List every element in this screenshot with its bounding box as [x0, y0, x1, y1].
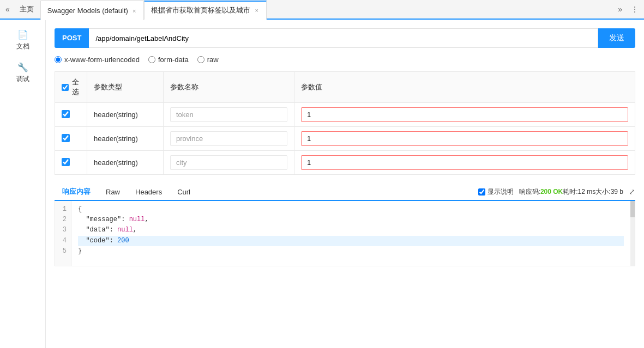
code-area: 1 2 3 4 5 { "message": null, "data": nul… — [55, 201, 635, 266]
row1-checkbox[interactable] — [62, 110, 70, 118]
tab-api-label: 根据省市获取首页标签以及城市 — [151, 5, 250, 15]
line-numbers: 1 2 3 4 5 — [55, 201, 71, 266]
size-value: 39 b — [611, 188, 623, 196]
response-status: 响应码:200 OK耗时:12 ms大小:39 b — [519, 187, 623, 197]
row2-type: header(string) — [87, 127, 164, 151]
scrollbar[interactable] — [630, 201, 635, 266]
show-desc-label[interactable]: 显示说明 — [478, 187, 514, 197]
tab-swagger-label: Swagger Models (default) — [47, 7, 128, 15]
tab-swagger-close[interactable]: × — [131, 8, 137, 14]
show-desc-text: 显示说明 — [487, 187, 514, 197]
line-num-5: 5 — [59, 246, 67, 257]
select-all-checkbox[interactable] — [62, 83, 69, 91]
urlencoded-label: x-www-form-urlencoded — [64, 56, 140, 64]
status-code: 200 — [540, 188, 551, 196]
response-tabs-row: 响应内容 Raw Headers Curl 显示说明 响应码:200 OK耗时:… — [55, 184, 635, 201]
size-prefix: 大小: — [595, 188, 610, 196]
tab-response-body[interactable]: 响应内容 — [55, 184, 98, 201]
code-content: { "message": null, "data": null, "code":… — [71, 201, 630, 266]
url-input[interactable] — [89, 28, 598, 48]
sidebar-item-doc-label: 文档 — [16, 42, 29, 51]
code-line-3: "data": null, — [78, 225, 624, 235]
code-line-1: { — [78, 204, 624, 215]
row1-type: header(string) — [87, 103, 164, 127]
radio-formdata[interactable] — [148, 56, 155, 63]
send-button[interactable]: 发送 — [598, 28, 635, 48]
expand-button[interactable]: ⤢ — [629, 187, 635, 196]
header-value: 参数值 — [294, 72, 635, 103]
line-num-4: 4 — [59, 236, 67, 246]
row3-name-input[interactable] — [170, 155, 287, 170]
scrollbar-thumb[interactable] — [630, 201, 635, 217]
tab-response-curl[interactable]: Curl — [170, 185, 198, 199]
debug-icon: 🔧 — [17, 62, 28, 72]
radio-raw[interactable] — [197, 56, 204, 63]
code-line-4: "code": 200 — [78, 236, 624, 246]
tab-nav-more[interactable]: ⋮ — [628, 5, 642, 14]
radio-urlencoded[interactable] — [55, 56, 62, 63]
sidebar-item-debug-label: 调试 — [16, 75, 29, 84]
tab-nav-next[interactable]: » — [615, 5, 625, 14]
doc-icon: 📄 — [17, 29, 28, 40]
status-prefix: 响应码: — [519, 188, 540, 196]
response-meta: 显示说明 响应码:200 OK耗时:12 ms大小:39 b ⤢ — [478, 187, 635, 197]
tab-swagger[interactable]: Swagger Models (default) × — [40, 1, 145, 20]
row3-type: header(string) — [87, 151, 164, 175]
row3-checkbox[interactable] — [62, 158, 70, 166]
time-value: 12 ms — [578, 188, 596, 196]
row2-value-input[interactable] — [301, 131, 628, 146]
tab-response-headers[interactable]: Headers — [128, 185, 170, 199]
show-desc-checkbox[interactable] — [478, 188, 485, 196]
response-section: 响应内容 Raw Headers Curl 显示说明 响应码:200 OK耗时:… — [55, 184, 635, 266]
row2-name-input[interactable] — [170, 131, 287, 146]
status-ok: OK — [553, 188, 563, 196]
tab-api[interactable]: 根据省市获取首页标签以及城市 × — [144, 1, 266, 20]
row1-name-input[interactable] — [170, 107, 287, 122]
tab-bar: « 主页 Swagger Models (default) × 根据省市获取首页… — [0, 0, 644, 20]
code-line-5: } — [78, 246, 624, 257]
content-type-urlencoded[interactable]: x-www-form-urlencoded — [55, 56, 140, 64]
line-num-2: 2 — [59, 215, 67, 225]
line-num-1: 1 — [59, 204, 67, 215]
request-bar: POST 发送 — [55, 28, 635, 48]
tab-home[interactable]: 主页 — [13, 0, 40, 19]
table-row: header(string) — [55, 127, 635, 151]
main-layout: 📄 文档 🔧 调试 POST 发送 x-www-form-urlencoded … — [0, 20, 644, 348]
raw-label: raw — [207, 56, 219, 64]
params-table: 全选 参数类型 参数名称 参数值 header(string) — [55, 71, 635, 175]
code-line-2: "message": null, — [78, 215, 624, 225]
sidebar-item-doc[interactable]: 📄 文档 — [0, 24, 45, 57]
time-prefix: 耗时: — [563, 188, 577, 196]
method-badge: POST — [55, 28, 89, 48]
sidebar: 📄 文档 🔧 调试 — [0, 20, 46, 348]
tab-response-raw[interactable]: Raw — [98, 185, 128, 199]
table-row: header(string) — [55, 151, 635, 175]
content-type-formdata[interactable]: form-data — [148, 56, 189, 64]
header-name: 参数名称 — [164, 72, 294, 103]
select-all-label[interactable]: 全选 — [62, 77, 80, 97]
content-type-row: x-www-form-urlencoded form-data raw — [55, 56, 635, 64]
row1-value-input[interactable] — [301, 107, 628, 122]
tab-nav-prev[interactable]: « — [2, 5, 13, 14]
line-num-3: 3 — [59, 225, 67, 235]
formdata-label: form-data — [158, 56, 189, 64]
content-area: POST 发送 x-www-form-urlencoded form-data … — [46, 20, 644, 348]
select-all-text: 全选 — [72, 77, 80, 97]
content-type-raw[interactable]: raw — [197, 56, 219, 64]
header-type: 参数类型 — [87, 72, 164, 103]
sidebar-item-debug[interactable]: 🔧 调试 — [0, 57, 45, 89]
row2-checkbox[interactable] — [62, 134, 70, 142]
table-row: header(string) — [55, 103, 635, 127]
tab-api-close[interactable]: × — [254, 7, 259, 14]
row3-value-input[interactable] — [301, 155, 628, 170]
